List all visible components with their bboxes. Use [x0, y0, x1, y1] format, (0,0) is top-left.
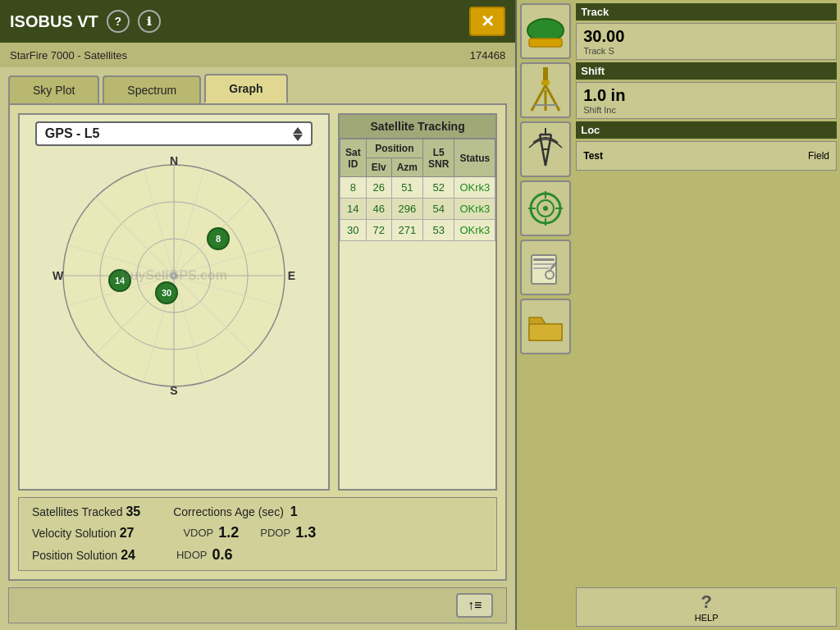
manual-button[interactable]: [520, 240, 571, 295]
loc-title: Loc: [576, 121, 837, 139]
svg-line-16: [532, 85, 546, 111]
compass-west: W: [52, 269, 63, 282]
svg-line-17: [546, 85, 559, 111]
signal-tower-icon: [525, 125, 566, 174]
close-button[interactable]: ✕: [469, 7, 505, 36]
app-title: ISOBUS VT: [10, 12, 98, 31]
cell-elv: 72: [366, 220, 391, 241]
cell-elv: 26: [366, 177, 391, 199]
compass-south: S: [170, 384, 177, 397]
vdop-label: VDOP: [183, 527, 213, 539]
tab-spectrum[interactable]: Spectrum: [103, 75, 201, 103]
tripod-icon: [525, 66, 566, 115]
col-azm: Azm: [391, 158, 422, 177]
satellite-14: 14: [108, 269, 131, 292]
tab-graph[interactable]: Graph: [204, 74, 287, 103]
shift-value: 1.0 in: [583, 86, 829, 105]
cell-azm: 296: [391, 199, 422, 220]
folder-button[interactable]: [520, 299, 571, 354]
table-row: 307227153OKrk3: [340, 220, 495, 241]
svg-rect-15: [541, 80, 550, 85]
corrections-age-label: Corrections Age (sec): [173, 505, 284, 518]
col-elv: Elv: [366, 158, 391, 177]
cell-elv: 46: [366, 199, 391, 220]
svg-rect-33: [533, 258, 555, 261]
cell-l5_snr: 52: [423, 177, 454, 199]
loc-block: Test Field: [576, 141, 837, 171]
cell-l5_snr: 54: [423, 199, 454, 220]
table-row: 144629654OKrk3: [340, 199, 495, 220]
info-circle-icon[interactable]: ℹ: [138, 10, 161, 33]
shift-title: Shift: [576, 62, 837, 80]
sky-plot-canvas: N S E W 8 14 30: [51, 153, 297, 399]
velocity-solution-value: 27: [120, 526, 135, 540]
target-button[interactable]: [520, 180, 571, 236]
test-label: Test: [583, 150, 603, 162]
title-bar: ISOBUS VT ? ℹ ✕: [0, 0, 515, 43]
cell-status: OKrk3: [454, 220, 495, 241]
cell-l5_snr: 53: [423, 220, 454, 241]
position-solution-label: Position Solution: [32, 549, 117, 562]
track-block: 30.00 Track S: [576, 23, 837, 60]
device-name: StarFire 7000 - Satellites: [10, 49, 127, 62]
main-panel: ISOBUS VT ? ℹ ✕ StarFire 7000 - Satellit…: [0, 0, 515, 630]
sky-plot-section: GPS - L5: [18, 113, 330, 491]
gps-selector[interactable]: GPS - L5: [35, 121, 313, 146]
velocity-solution-label: Velocity Solution: [32, 527, 116, 540]
help-button[interactable]: ? HELP: [576, 587, 837, 627]
subtitle-bar: StarFire 7000 - Satellites 174468: [0, 43, 515, 67]
vdop-value: 1.2: [218, 524, 239, 541]
svg-point-27: [543, 206, 548, 211]
folder-icon: [525, 306, 566, 347]
tab-bar: Sky Plot Spectrum Graph: [0, 67, 515, 103]
gps-receiver-button[interactable]: [520, 3, 571, 59]
cell-status: OKrk3: [454, 199, 495, 220]
tracking-title: Satellite Tracking: [340, 115, 495, 139]
col-l5-snr: L5 SNR: [423, 139, 454, 177]
status-section: Satellites Tracked 35 Corrections Age (s…: [18, 497, 497, 571]
satellite-30: 30: [155, 281, 178, 304]
cell-sat_id: 30: [340, 220, 367, 241]
gps-receiver-icon: [525, 14, 566, 48]
satellites-tracked-label: Satellites Tracked: [32, 505, 123, 518]
col-sat-id: Sat ID: [340, 139, 367, 177]
cell-azm: 271: [391, 220, 422, 241]
field-label: Field: [808, 150, 829, 162]
col-position: Position: [366, 139, 422, 158]
svg-rect-35: [533, 267, 550, 269]
svg-rect-37: [529, 324, 562, 340]
sort-button[interactable]: ↑≡: [456, 593, 493, 618]
shift-block: 1.0 in Shift Inc: [576, 82, 837, 119]
position-solution-value: 24: [121, 548, 135, 562]
tracking-section: Satellite Tracking Sat ID Position L5 SN…: [338, 113, 497, 491]
cell-sat_id: 14: [340, 199, 367, 220]
signal-tower-button[interactable]: [520, 121, 571, 177]
gps-arrows: [293, 127, 303, 141]
manual-icon: [525, 247, 566, 288]
compass-east: E: [288, 269, 295, 282]
arrow-up-icon: [293, 127, 303, 134]
cell-azm: 51: [391, 177, 422, 199]
compass-north: N: [170, 154, 178, 167]
svg-rect-13: [529, 39, 562, 47]
hdop-value: 0.6: [212, 546, 233, 564]
tracking-table: Sat ID Position L5 SNR Status Elv Azm: [340, 139, 495, 241]
device-id: 174468: [470, 49, 505, 62]
sky-plot-svg: [51, 153, 297, 399]
content-area: GPS - L5: [8, 103, 507, 581]
gps-selector-label: GPS - L5: [45, 126, 100, 141]
tab-sky-plot[interactable]: Sky Plot: [8, 75, 99, 103]
cell-status: OKrk3: [454, 177, 495, 199]
pdop-label: PDOP: [260, 527, 290, 539]
pdop-value: 1.3: [295, 524, 316, 541]
tripod-button[interactable]: [520, 62, 571, 118]
help-label: HELP: [583, 613, 829, 623]
cell-sat_id: 8: [340, 177, 367, 199]
track-sub: Track S: [583, 46, 829, 56]
target-icon: [525, 188, 566, 229]
table-row: 8265152OKrk3: [340, 177, 495, 199]
help-circle-icon[interactable]: ?: [107, 10, 130, 33]
arrow-down-icon: [293, 135, 303, 141]
svg-rect-34: [533, 263, 555, 265]
hdop-label: HDOP: [176, 549, 208, 561]
